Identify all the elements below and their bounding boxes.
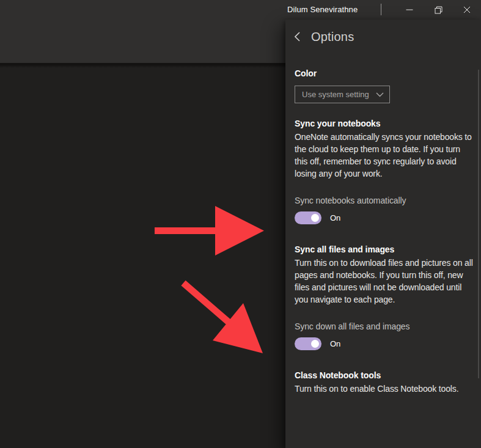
restore-icon (435, 6, 442, 14)
toggle-row-sync-files: On (295, 337, 472, 350)
section-heading-class-notebook: Class Notebook tools (295, 370, 472, 381)
window-title: Dilum Senevirathne (287, 5, 358, 14)
panel-title: Options (311, 30, 354, 44)
section-body-sync-notebooks: OneNote automatically syncs your noteboo… (295, 131, 473, 180)
toggle-label-sync-notebooks: Sync notebooks automatically (295, 196, 472, 206)
onenote-window: Dilum Senevirathne (0, 0, 481, 448)
section-body-class-notebook: Turn this on to enable Class Notebook to… (295, 383, 473, 395)
chevron-down-icon (376, 92, 384, 97)
restore-button[interactable] (424, 0, 452, 20)
section-body-sync-files: Turn this on to download files and pictu… (295, 257, 473, 306)
titlebar-divider (381, 4, 381, 15)
section-heading-sync-notebooks: Sync your notebooks (295, 119, 472, 129)
toggle-knob (311, 340, 319, 348)
red-arrow-down-right (183, 283, 263, 353)
panel-header: Options (295, 28, 472, 46)
close-icon (463, 6, 471, 13)
scrollbar-thumb[interactable] (478, 70, 479, 378)
titlebar: Dilum Senevirathne (0, 0, 481, 20)
color-dropdown[interactable]: Use system setting (295, 86, 390, 103)
options-panel: Options Color Use system setting Sync yo… (285, 20, 481, 448)
toggle-knob (311, 214, 319, 222)
back-button[interactable] (295, 30, 303, 43)
sync-notebooks-toggle[interactable] (295, 211, 321, 224)
red-arrow-right (155, 206, 264, 255)
section-heading-sync-files: Sync all files and images (295, 244, 472, 255)
toggle-state-sync-files: On (330, 339, 340, 348)
toggle-state-sync-notebooks: On (330, 213, 340, 222)
canvas-top-shadow (0, 63, 285, 68)
minimize-icon (406, 6, 413, 13)
close-button[interactable] (453, 0, 481, 20)
toggle-label-sync-files: Sync down all files and images (295, 321, 472, 332)
minimize-button[interactable] (395, 0, 424, 20)
chevron-left-icon (295, 32, 300, 42)
color-heading: Color (295, 68, 472, 79)
color-dropdown-value: Use system setting (302, 90, 369, 99)
sync-files-toggle[interactable] (295, 337, 321, 350)
toggle-row-sync-notebooks: On (295, 211, 472, 224)
